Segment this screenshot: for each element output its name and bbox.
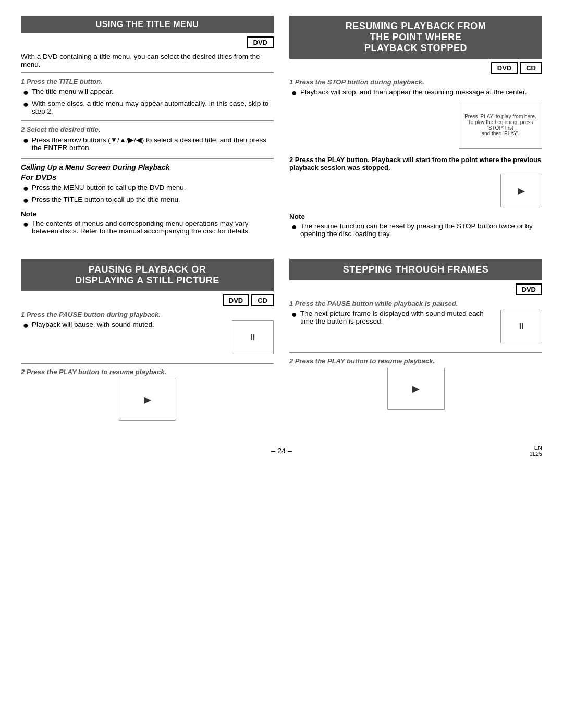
play-icon-stepping: ▶ [412,383,420,394]
title-menu-intro: With a DVD containing a title menu, you … [21,53,274,68]
resuming-step1-bullet-1: ● Playback will stop, and then appear th… [291,88,542,97]
stepping-frames-section: Stepping Through Frames DVD 1 Press the … [289,259,542,426]
dvd-badge-stepping: DVD [516,283,542,295]
for-dvds-header: For DVDs [21,172,274,181]
cd-badge-pausing: CD [251,294,274,306]
resuming-step2-label: 2 Press the PLAY button. Playback will s… [289,156,542,171]
dvd-badge-pausing: DVD [223,294,249,306]
using-title-menu-header: Using the Title Menu [21,16,274,33]
cd-badge-resuming: CD [520,62,542,74]
stepping-pause-screen: ⏸ [500,310,542,343]
dvd-badge-title: DVD [247,36,274,48]
title-step2-bullet-1: ● Press the arrow buttons (▼/▲/▶/◀) to s… [23,135,274,152]
resuming-play-screen: ▶ [500,174,542,207]
note-label-left: Note [21,210,274,218]
dvd-badge-resuming: DVD [491,62,518,74]
dvds-bullet-1: ● Press the MENU button to call up the D… [23,183,274,193]
pause-icon-pausing: ⏸ [248,332,258,343]
calling-up-header: Calling Up a Menu Screen During Playback [21,163,274,171]
step1-title-label: 1 Press the TITLE button. [21,78,274,85]
pausing-playback-header: Pausing Playback Or Displaying a Still P… [21,259,274,291]
note-bullet-1-right: ● The resume function can be reset by pr… [291,222,542,238]
page-number: – 24 – [272,447,292,455]
stepping-step1-label: 1 Press the PAUSE button while playback … [289,300,542,307]
pausing-play-screen: ▶ [119,379,176,421]
resuming-playback-section: Resuming Playback From The Point Where P… [289,16,542,240]
page-footer: – 24 – EN 1L25 [21,447,542,455]
pausing-step1-bullet-1: ● Playback will pause, with sound muted. [23,320,227,330]
resuming-message-screen: Press 'PLAY' to play from here. To play … [459,102,542,149]
step2-title-label: 2 Select the desired title. [21,126,274,133]
note-bullet-1-left: ● The contents of menus and correspondin… [23,219,274,235]
stepping-frames-header: Stepping Through Frames [289,259,542,280]
title-bullet-2: ● With some discs, a title menu may appe… [23,100,274,115]
play-icon-pausing: ▶ [144,394,151,405]
dvds-bullet-2: ● Press the TITLE button to call up the … [23,195,274,205]
resuming-step1-label: 1 Press the STOP button during playback. [289,78,542,86]
stepping-play-screen: ▶ [387,368,445,410]
play-icon-resuming: ▶ [518,185,525,196]
note-label-right: Note [289,213,542,220]
title-bullet-1: ● The title menu will appear. [23,88,274,97]
page-code: EN 1L25 [530,445,542,457]
pausing-step1-label: 1 Press the PAUSE button during playback… [21,311,274,318]
pausing-pause-screen: ⏸ [232,320,274,354]
pausing-step2-label: 2 Press the PLAY button to resume playba… [21,368,274,376]
stepping-step1-bullet-1: ● The next picture frame is displayed wi… [291,310,495,325]
resuming-playback-header: Resuming Playback From The Point Where P… [289,16,542,59]
pausing-playback-section: Pausing Playback Or Displaying a Still P… [21,259,274,426]
pause-icon-stepping: ⏸ [517,321,526,332]
using-title-menu-section: Using the Title Menu DVD With a DVD cont… [21,16,274,240]
stepping-step2-label: 2 Press the PLAY button to resume playba… [289,357,542,365]
